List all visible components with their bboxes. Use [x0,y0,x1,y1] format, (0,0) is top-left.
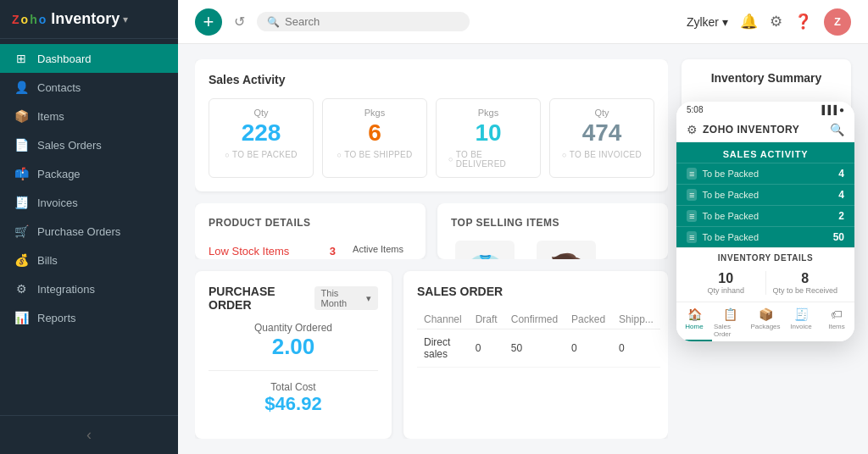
mc-nav-sales-order[interactable]: 📋 Sales Order [712,302,748,341]
top-selling-items: 👕 Harawooly Cotton Cas... 171 pcs🧒 Cutie… [451,241,654,259]
sidebar-item-package[interactable]: 📫 Package [0,159,178,188]
mc-sa-icon-1: ≡ [687,189,697,201]
ts-item-0: 👕 Harawooly Cotton Cas... 171 pcs [451,241,519,259]
package-icon: 📫 [14,167,29,180]
mc-time: 5:08 [687,105,703,114]
po-divider [209,370,378,371]
user-name: Zylker [687,15,719,29]
sidebar-item-contacts[interactable]: 👤 Contacts [0,73,178,102]
sidebar-label-bills: Bills [37,254,58,267]
add-button[interactable]: + [195,8,222,36]
ts-img-1: 🧒 [537,241,596,259]
product-details-body: Low Stock Items 3All Item Group 39All It… [209,241,412,259]
sales-activity-card: Sales Activity Qty 228 ○TO BE PACKEDPkgs… [195,59,668,191]
mc-nav-label-0: Home [685,323,703,330]
mc-qty-received-label: Qty to be Received [766,286,845,295]
sidebar-item-reports[interactable]: 📊 Reports [0,303,178,332]
mc-nav-packages[interactable]: 📦 Packages [748,302,783,341]
search-icon: 🔍 [267,16,280,28]
sidebar-label-package: Package [37,168,81,180]
notification-icon[interactable]: 🔔 [740,13,758,30]
mc-nav-home[interactable]: 🏠 Home [676,302,712,341]
sidebar-item-invoices[interactable]: 🧾 Invoices [0,188,178,217]
product-details-list: Low Stock Items 3All Item Group 39All It… [209,241,336,259]
mc-sa-row-3: ≡ To be Packed 50 [676,226,854,247]
sidebar-item-items[interactable]: 📦 Items [0,102,178,130]
ts-item-1: 🧒 Cutiepe Rompers-spo... 45 Sets [532,241,600,259]
mc-nav-icon-1: 📋 [723,307,737,321]
mc-sa-count-0: 4 [838,168,844,180]
sales-order-title: SALES ORDER [417,285,654,298]
sidebar-item-bills[interactable]: 💰 Bills [0,246,178,274]
sidebar-item-purchase-orders[interactable]: 🛒 Purchase Orders [0,217,178,246]
sidebar-collapse[interactable]: ‹ [0,415,178,454]
mc-inv-stats: 10 Qty inhand 8 Qty to be Received [676,264,854,302]
so-cell-0-1: 0 [469,329,504,368]
mc-statusbar: 5:08 ▐▐▐ ● [676,102,854,118]
metric-value-3: 474 [582,119,622,147]
po-total-value: $46.92 [209,393,378,415]
mc-nav-items[interactable]: 🏷 Items [819,302,854,341]
donut-wrap: Active Items 71% [344,241,412,259]
history-icon[interactable]: ↺ [234,14,245,30]
search-input[interactable] [285,15,459,28]
mc-topbar: ⚙ ZOHO INVENTORY 🔍 [676,118,854,142]
user-menu[interactable]: Zylker ▾ [687,15,728,29]
bills-icon: 💰 [14,253,29,267]
metric-box-0: Qty 228 ○TO BE PACKED [209,98,314,178]
chevron-down-icon: ▾ [123,14,128,25]
metric-box-1: Pkgs 6 ○TO BE SHIPPED [322,98,427,178]
metric-unit-1: Pkgs [364,108,385,118]
po-header: PURCHASE ORDER This Month ▾ [209,285,378,312]
donut-label: Active Items [353,244,403,254]
po-qty-label: Quantity Ordered [209,322,378,334]
sidebar: Z o h o Inventory ▾ ⊞ Dashboard👤 Contact… [0,0,178,454]
sidebar-item-dashboard[interactable]: ⊞ Dashboard [0,44,178,73]
inventory-summary-title: Inventory Summary [693,71,839,85]
search-box: 🔍 [257,12,470,31]
mc-qty-inhand: 10 Qty inhand [687,271,766,295]
invoices-icon: 🧾 [14,196,29,209]
po-title: PURCHASE ORDER [209,285,314,312]
mc-sa-label-1: To be Packed [702,190,759,200]
mc-search-icon[interactable]: 🔍 [830,123,844,136]
metric-unit-0: Qty [253,108,268,118]
mc-qty-inhand-label: Qty inhand [687,286,765,295]
sidebar-item-sales-orders[interactable]: 📄 Sales Orders [0,130,178,159]
po-total-stat: Total Cost $46.92 [209,381,378,415]
metric-value-0: 228 [242,119,281,147]
settings-icon[interactable]: ⚙ [770,13,782,30]
so-row-0: Direct sales05000 [417,329,660,368]
dashboard-icon: ⊞ [14,52,29,65]
mc-inv-header: INVENTORY DETAILS [676,247,854,264]
so-cell-0-3: 0 [565,329,612,368]
so-col-1: Draft [469,310,504,329]
mc-nav-icon-3: 🧾 [794,307,809,321]
so-cell-0-4: 0 [612,329,660,368]
purchase-orders-icon: 🛒 [14,224,29,238]
metric-label-3: ○TO BE INVOICED [562,150,642,159]
mc-nav-invoice[interactable]: 🧾 Invoice [783,302,819,341]
sidebar-label-dashboard: Dashboard [37,53,92,65]
sidebar-logo[interactable]: Z o h o Inventory ▾ [0,0,178,39]
mc-nav-icon-4: 🏷 [831,307,843,321]
purchase-order-card: PURCHASE ORDER This Month ▾ Quantity Ord… [195,271,392,439]
sidebar-label-integrations: Integrations [37,283,95,296]
sidebar-label-reports: Reports [37,312,76,324]
mc-topbar-left: ⚙ ZOHO INVENTORY [687,123,799,136]
avatar[interactable]: Z [824,8,851,36]
sidebar-label-items: Items [37,110,64,123]
mc-sa-count-2: 2 [838,210,844,222]
mc-nav-icon-2: 📦 [759,307,773,321]
sidebar-item-integrations[interactable]: ⚙ Integrations [0,274,178,303]
chevron-left-icon[interactable]: ‹ [86,426,92,444]
middle-row: PRODUCT DETAILS Low Stock Items 3All Ite… [195,203,668,259]
metric-box-3: Qty 474 ○TO BE INVOICED [549,98,654,178]
po-period-selector[interactable]: This Month ▾ [314,286,378,310]
metric-box-2: Pkgs 10 ○TO BE DELIVERED [436,98,541,178]
sales-activity-title: Sales Activity [209,73,654,86]
so-col-3: Packed [565,310,612,329]
help-icon[interactable]: ❓ [794,13,812,30]
mc-gear-icon[interactable]: ⚙ [687,123,698,136]
product-details-title: PRODUCT DETAILS [209,217,412,229]
